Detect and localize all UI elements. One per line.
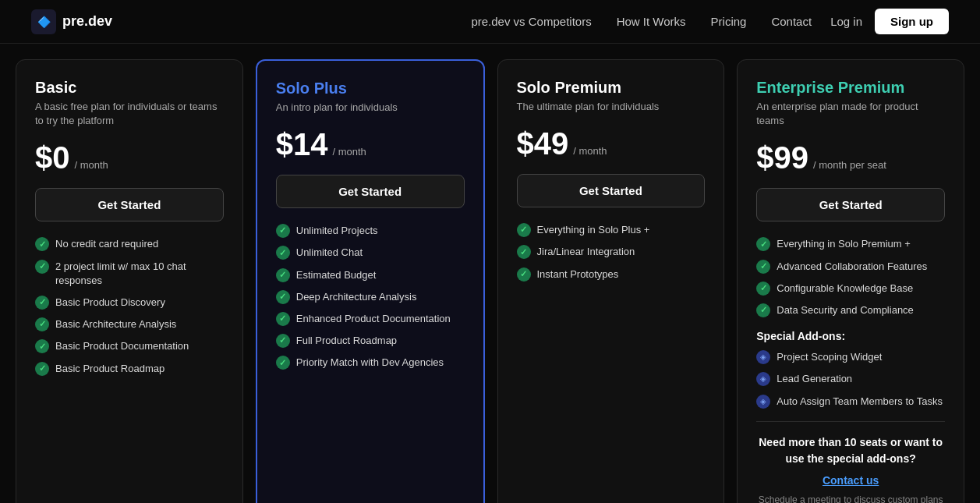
- list-item: Everything in Solo Plus +: [517, 223, 706, 237]
- check-icon: [756, 282, 770, 296]
- nav-competitors[interactable]: pre.dev vs Competitors: [471, 15, 591, 28]
- logo-text: pre.dev: [62, 13, 112, 30]
- check-icon: [517, 267, 531, 282]
- plan-solo-plus-name: Solo Plus: [276, 80, 465, 97]
- plan-basic-desc: A basic free plan for individuals or tea…: [35, 100, 224, 128]
- upsell-text: Need more than 10 seats or want to use t…: [756, 434, 945, 467]
- nav-links: pre.dev vs Competitors How It Works Pric…: [471, 15, 812, 28]
- plan-enterprise: Enterprise Premium An enterprise plan ma…: [737, 59, 964, 503]
- check-icon: [35, 317, 49, 331]
- plan-basic-price: $0: [35, 140, 70, 175]
- check-icon: [276, 224, 290, 238]
- plan-solo-premium-price-row: $49 / month: [517, 126, 706, 161]
- list-item: Basic Product Discovery: [35, 296, 224, 310]
- check-icon: [756, 303, 770, 317]
- plan-solo-plus-features: Unlimited Projects Unlimited Chat Estima…: [276, 224, 465, 370]
- plan-solo-plus-cta[interactable]: Get Started: [276, 175, 465, 208]
- addon-icon: [756, 372, 770, 386]
- divider: [756, 421, 945, 422]
- nav-pricing[interactable]: Pricing: [711, 15, 747, 28]
- plan-enterprise-desc: An enterprise plan made for product team…: [756, 100, 945, 128]
- plan-enterprise-price-row: $99 / month per seat: [756, 140, 945, 175]
- logo[interactable]: 🔷 pre.dev: [31, 9, 112, 34]
- list-item: Project Scoping Widget: [756, 350, 945, 364]
- list-item: Auto Assign Team Members to Tasks: [756, 395, 945, 409]
- signup-button[interactable]: Sign up: [875, 9, 949, 34]
- list-item: Advanced Collaboration Features: [756, 260, 945, 274]
- check-icon: [756, 260, 770, 274]
- plan-solo-premium: Solo Premium The ultimate plan for indiv…: [497, 59, 725, 503]
- check-icon: [276, 268, 290, 282]
- list-item: Instant Prototypes: [517, 267, 706, 282]
- plan-solo-premium-desc: The ultimate plan for individuals: [517, 100, 706, 114]
- plan-solo-plus-price: $14: [276, 127, 328, 162]
- plan-solo-premium-period: / month: [573, 145, 607, 157]
- contact-link[interactable]: Contact us: [823, 474, 879, 487]
- list-item: Data Security and Compliance: [756, 303, 945, 317]
- addon-icon: [756, 350, 770, 364]
- plan-solo-plus: Solo Plus An intro plan for individuals …: [256, 59, 485, 503]
- check-icon: [276, 334, 290, 348]
- list-item: No credit card required: [35, 237, 224, 251]
- list-item: Deep Architecture Analysis: [276, 290, 465, 304]
- plan-solo-premium-name: Solo Premium: [517, 79, 706, 97]
- list-item: Enhanced Product Documentation: [276, 312, 465, 326]
- pricing-section: Basic A basic free plan for individuals …: [0, 44, 980, 503]
- nav-contact[interactable]: Contact: [771, 15, 812, 28]
- check-icon: [276, 356, 290, 370]
- list-item: Unlimited Chat: [276, 246, 465, 260]
- check-icon: [517, 245, 531, 259]
- list-item: Basic Product Roadmap: [35, 362, 224, 376]
- addon-icon: [756, 395, 770, 409]
- plan-basic-name: Basic: [35, 79, 224, 97]
- nav-how-it-works[interactable]: How It Works: [617, 15, 686, 28]
- plan-basic-features: No credit card required 2 project limit …: [35, 237, 224, 375]
- check-icon: [276, 246, 290, 260]
- plan-basic-cta[interactable]: Get Started: [35, 188, 224, 221]
- check-icon: [35, 296, 49, 310]
- list-item: Basic Product Documentation: [35, 339, 224, 353]
- list-item: Basic Architecture Analysis: [35, 317, 224, 331]
- plan-basic-price-row: $0 / month: [35, 140, 224, 175]
- plan-solo-premium-price: $49: [517, 126, 569, 161]
- plan-solo-plus-period: / month: [333, 146, 366, 158]
- plan-solo-premium-cta[interactable]: Get Started: [517, 174, 706, 207]
- list-item: Unlimited Projects: [276, 224, 465, 238]
- list-item: Lead Generation: [756, 372, 945, 386]
- list-item: Jira/Linear Integration: [517, 245, 706, 259]
- check-icon: [276, 290, 290, 304]
- special-addons-title: Special Add-ons:: [756, 330, 945, 342]
- list-item: Configurable Knowledge Base: [756, 282, 945, 296]
- logo-icon: 🔷: [31, 9, 56, 34]
- check-icon: [35, 362, 49, 376]
- plan-solo-plus-price-row: $14 / month: [276, 127, 465, 162]
- check-icon: [517, 223, 531, 237]
- plan-basic: Basic A basic free plan for individuals …: [16, 59, 243, 503]
- plan-enterprise-name: Enterprise Premium: [756, 79, 945, 97]
- check-icon: [756, 237, 770, 251]
- list-item: Full Product Roadmap: [276, 334, 465, 348]
- list-item: Estimated Budget: [276, 268, 465, 282]
- plan-enterprise-features: Everything in Solo Premium + Advanced Co…: [756, 237, 945, 317]
- upsell-box: Need more than 10 seats or want to use t…: [756, 434, 945, 503]
- schedule-text: Schedule a meeting to discuss custom pla…: [756, 494, 945, 503]
- list-item: 2 project limit w/ max 10 chat responses: [35, 260, 224, 288]
- check-icon: [35, 339, 49, 353]
- plan-enterprise-addons: Project Scoping Widget Lead Generation A…: [756, 350, 945, 409]
- plan-enterprise-price: $99: [756, 140, 808, 175]
- navbar: 🔷 pre.dev pre.dev vs Competitors How It …: [0, 0, 980, 44]
- plan-enterprise-period: / month per seat: [813, 159, 886, 171]
- plan-solo-plus-desc: An intro plan for individuals: [276, 101, 465, 115]
- check-icon: [35, 237, 49, 251]
- plan-basic-period: / month: [75, 159, 108, 171]
- check-icon: [35, 260, 49, 274]
- check-icon: [276, 312, 290, 326]
- list-item: Priority Match with Dev Agencies: [276, 356, 465, 370]
- login-link[interactable]: Log in: [830, 15, 862, 28]
- plan-enterprise-cta[interactable]: Get Started: [756, 188, 945, 221]
- list-item: Everything in Solo Premium +: [756, 237, 945, 251]
- plan-solo-premium-features: Everything in Solo Plus + Jira/Linear In…: [517, 223, 706, 282]
